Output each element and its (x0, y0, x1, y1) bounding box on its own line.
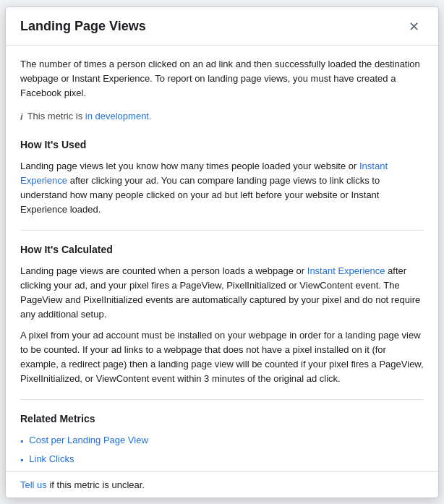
in-development-link[interactable]: in development. (85, 111, 152, 121)
info-icon: i (20, 110, 23, 124)
info-banner-text: This metric is in development. (27, 109, 152, 124)
modal-header: Landing Page Views ✕ (6, 7, 438, 46)
link-clicks-link[interactable]: Link Clicks (29, 452, 74, 466)
divider-1 (20, 230, 424, 231)
list-item: Cost per Landing Page View (20, 433, 424, 448)
how-its-used-heading: How It's Used (20, 137, 424, 153)
modal-overlay: Landing Page Views ✕ The number of times… (0, 0, 444, 504)
footer-static-text: if this metric is unclear. (47, 479, 145, 490)
intro-text: The number of times a person clicked on … (20, 57, 424, 101)
how-its-calculated-section: How It's Calculated Landing page views a… (20, 242, 424, 386)
related-metrics-list: Cost per Landing Page View Link Clicks (20, 433, 424, 467)
modal-body[interactable]: The number of times a person clicked on … (6, 46, 438, 471)
modal-footer: Tell us if this metric is unclear. (6, 471, 438, 497)
cost-per-landing-page-view-link[interactable]: Cost per Landing Page View (29, 433, 148, 448)
instant-experience-link-2[interactable]: Instant Experience (307, 265, 385, 276)
divider-2 (20, 399, 424, 400)
how-its-calculated-heading: How It's Calculated (20, 242, 424, 258)
close-button[interactable]: ✕ (404, 19, 424, 35)
modal-dialog: Landing Page Views ✕ The number of times… (5, 7, 439, 498)
how-its-used-section: How It's Used Landing page views let you… (20, 137, 424, 217)
info-banner: i This metric is in development. (20, 109, 424, 124)
list-item: Link Clicks (20, 452, 424, 467)
how-its-calculated-text-1: Landing page views are counted when a pe… (20, 264, 424, 323)
tell-us-link[interactable]: Tell us (20, 479, 47, 490)
instant-experience-link-1[interactable]: Instant Experience (20, 161, 388, 186)
related-metrics-section: Related Metrics Cost per Landing Page Vi… (20, 411, 424, 467)
how-its-used-text: Landing page views let you know how many… (20, 159, 424, 218)
how-its-calculated-text-2: A pixel from your ad account must be ins… (20, 328, 424, 387)
modal-title: Landing Page Views (20, 19, 146, 34)
related-metrics-heading: Related Metrics (20, 411, 424, 427)
